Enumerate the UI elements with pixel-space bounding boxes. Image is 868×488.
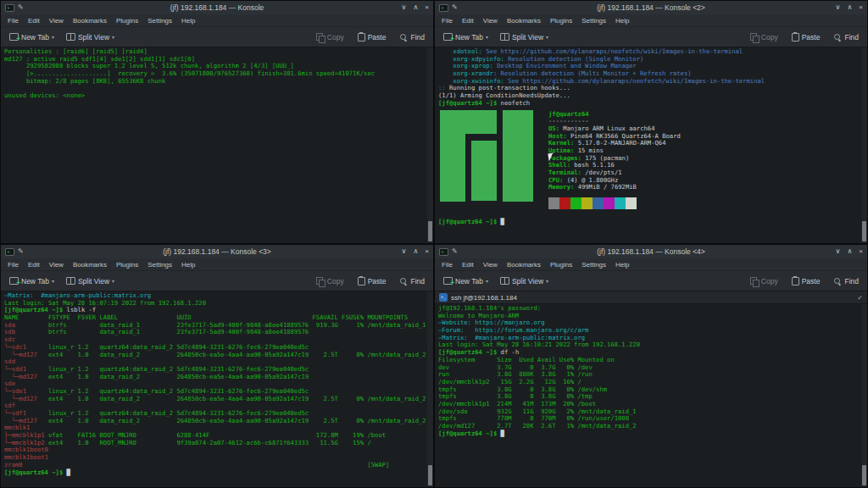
maximize-button[interactable]: ∧ [413, 4, 418, 11]
menu-item-file[interactable]: File [3, 259, 23, 270]
pencil-icon: ✎ [18, 4, 24, 11]
menu-item-edit[interactable]: Edit [458, 259, 478, 270]
menubar: File Edit View Bookmarks Plugins Setting… [435, 14, 867, 27]
menu-item-settings[interactable]: Settings [143, 15, 176, 26]
neofetch-output: jf@quartz64-----------OS: Manjaro ARM Li… [440, 110, 860, 210]
paste-button[interactable]: Paste [354, 274, 390, 288]
menu-item-settings[interactable]: Settings [577, 259, 610, 270]
ssh-tab-icon: >_ [439, 293, 448, 302]
menu-item-view[interactable]: View [45, 259, 68, 270]
menu-item-help[interactable]: Help [177, 259, 199, 270]
maximize-button[interactable]: ∧ [847, 248, 852, 255]
scrollbar-thumb[interactable] [428, 221, 432, 241]
terminal[interactable]: jf@192.168.1.184's password:Welcome to M… [438, 305, 860, 486]
maximize-button[interactable]: ∧ [413, 248, 418, 255]
split-view-button[interactable]: Split View ▾ [63, 30, 118, 44]
menu-item-edit[interactable]: Edit [24, 259, 44, 270]
new-tab-button[interactable]: New Tab ▾ [440, 30, 492, 44]
minimize-button[interactable]: ∨ [836, 248, 841, 255]
menu-item-view[interactable]: View [45, 15, 68, 26]
paste-button[interactable]: Paste [354, 30, 390, 44]
copy-button[interactable]: Copy [313, 274, 348, 288]
titlebar[interactable]: >_ ✎ (jf) 192.168.1.184 — Konsole <3> ∨ … [1, 245, 433, 258]
copy-button[interactable]: Copy [747, 274, 782, 288]
window-title: (jf) 192.168.1.184 — Konsole <3> [1, 247, 433, 256]
find-label: Find [410, 33, 425, 42]
find-button[interactable]: Find [396, 30, 428, 44]
terminal[interactable]: xdotool: See https://github.com/dylanara… [438, 48, 860, 242]
menu-item-help[interactable]: Help [611, 259, 633, 270]
menu-item-file[interactable]: File [437, 259, 457, 270]
minimize-button[interactable]: ∨ [836, 4, 841, 11]
paste-button[interactable]: Paste [788, 30, 824, 44]
menu-item-plugins[interactable]: Plugins [546, 259, 576, 270]
find-button[interactable]: Find [396, 274, 428, 288]
menu-item-bookmarks[interactable]: Bookmarks [69, 15, 111, 26]
close-button[interactable]: × [859, 4, 863, 11]
terminal-line: └─md127 ext4 1.0 data_raid_2 264850cb-ea… [4, 374, 426, 381]
terminal-line: └─md127 ext4 1.0 data_raid_2 264850cb-ea… [4, 418, 426, 425]
terminal-line: [jf@quartz64 ~]$ █ [438, 219, 860, 226]
menu-item-settings[interactable]: Settings [143, 259, 176, 270]
scrollbar[interactable] [861, 304, 867, 487]
scrollbar[interactable] [427, 291, 433, 487]
menu-item-settings[interactable]: Settings [577, 15, 610, 26]
terminal[interactable]: —Matrix: #manjaro-arm-public:matrix.orgL… [4, 292, 426, 486]
menu-item-plugins[interactable]: Plugins [112, 15, 142, 26]
close-button[interactable]: × [425, 248, 429, 255]
scrollbar[interactable] [427, 47, 433, 243]
minimize-button[interactable]: ∨ [402, 248, 407, 255]
split-view-button[interactable]: Split View ▾ [63, 274, 118, 288]
menu-item-edit[interactable]: Edit [24, 15, 44, 26]
menu-item-bookmarks[interactable]: Bookmarks [503, 15, 545, 26]
titlebar[interactable]: >_ ✎ (jf) 192.168.1.184 — Konsole <4> ∨ … [435, 245, 867, 258]
menu-item-bookmarks[interactable]: Bookmarks [503, 259, 545, 270]
terminal-line: bitmap: 2/8 pages [8KB], 65536KB chunk [4, 78, 426, 86]
find-button[interactable]: Find [830, 30, 862, 44]
minimize-button[interactable]: ∨ [402, 4, 407, 11]
copy-icon [750, 33, 759, 42]
menu-item-bookmarks[interactable]: Bookmarks [69, 259, 111, 270]
new-tab-icon [443, 277, 453, 285]
copy-button[interactable]: Copy [313, 30, 348, 44]
scrollbar-thumb[interactable] [428, 465, 432, 485]
terminal-line: [jf@quartz64 ~]$ █ [4, 469, 426, 477]
terminal[interactable]: Personalities : [raid6] [raid5] [raid4]m… [4, 48, 426, 242]
split-view-button[interactable]: Split View ▾ [497, 30, 552, 44]
new-tab-button[interactable]: New Tab ▾ [6, 274, 58, 288]
find-icon [833, 33, 842, 42]
new-tab-button[interactable]: New Tab ▾ [6, 30, 58, 44]
close-button[interactable]: × [859, 248, 863, 255]
new-tab-button[interactable]: New Tab ▾ [440, 274, 492, 288]
menu-item-help[interactable]: Help [177, 15, 199, 26]
paste-button[interactable]: Paste [788, 274, 824, 288]
menu-item-edit[interactable]: Edit [458, 15, 478, 26]
menu-item-plugins[interactable]: Plugins [112, 259, 142, 270]
titlebar[interactable]: >_ ✎ (jf) 192.168.1.184 — Konsole <2> ∨ … [435, 1, 867, 14]
scrollbar-thumb[interactable] [862, 465, 866, 485]
find-button[interactable]: Find [830, 274, 862, 288]
konsole-app-icon: >_ [439, 248, 448, 256]
scrollbar-thumb[interactable] [862, 221, 866, 241]
terminal-line: [jf@quartz64 ~]$ █ [438, 430, 860, 438]
close-button[interactable]: × [425, 4, 429, 11]
copy-label: Copy [327, 277, 344, 286]
menu-item-plugins[interactable]: Plugins [546, 15, 576, 26]
titlebar[interactable]: >_ ✎ (jf) 192.168.1.184 — Konsole ∨ ∧ × [1, 1, 433, 14]
scrollbar[interactable] [861, 47, 867, 243]
tab-title[interactable]: ssh jf@192.168.1.184 [451, 294, 517, 302]
maximize-button[interactable]: ∧ [847, 4, 852, 11]
terminal-area: xdotool: See https://github.com/dylanara… [435, 47, 867, 243]
menu-item-view[interactable]: View [479, 15, 502, 26]
split-view-label: Split View [512, 277, 543, 286]
split-view-button[interactable]: Split View ▾ [497, 274, 552, 288]
new-tab-icon [9, 277, 19, 285]
copy-button[interactable]: Copy [747, 30, 782, 44]
menu-item-file[interactable]: File [437, 15, 457, 26]
menu-item-view[interactable]: View [479, 259, 502, 270]
terminal-line: └─md127 ext4 1.0 data_raid_2 264850cb-ea… [4, 352, 426, 359]
window-title: (jf) 192.168.1.184 — Konsole <2> [435, 3, 867, 12]
menu-item-file[interactable]: File [3, 15, 23, 26]
toolbar: New Tab ▾ Split View ▾ Copy Paste [1, 27, 433, 47]
menu-item-help[interactable]: Help [611, 15, 633, 26]
